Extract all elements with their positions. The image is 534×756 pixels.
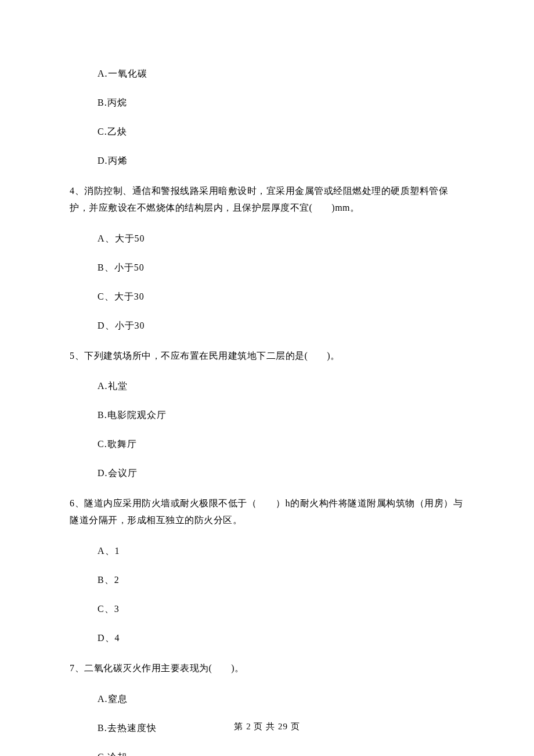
option-b: B、小于50 <box>98 261 464 275</box>
option-a: A.一氧化碳 <box>98 67 464 81</box>
question-7: 7、二氧化碳灭火作用主要表现为( )。 A.窒息 B.去热速度快 C.冷却 D.… <box>70 660 464 756</box>
option-b: B.丙烷 <box>98 96 464 110</box>
option-c: C.乙炔 <box>98 125 464 139</box>
option-d: D.丙烯 <box>98 154 464 168</box>
question-4-text: 4、消防控制、通信和警报线路采用暗敷设时，宜采用金属管或经阻燃处理的硬质塑料管保… <box>70 183 464 217</box>
option-c: C.歌舞厅 <box>98 437 464 451</box>
option-c: C、3 <box>98 602 464 616</box>
option-a: A、1 <box>98 544 464 558</box>
question-4: 4、消防控制、通信和警报线路采用暗敷设时，宜采用金属管或经阻燃处理的硬质塑料管保… <box>70 183 464 333</box>
question-3-partial: A.一氧化碳 B.丙烷 C.乙炔 D.丙烯 <box>70 67 464 168</box>
option-a: A、大于50 <box>98 232 464 246</box>
question-5: 5、下列建筑场所中，不应布置在民用建筑地下二层的是( )。 A.礼堂 B.电影院… <box>70 348 464 481</box>
option-d: D、4 <box>98 631 464 645</box>
option-b: B、2 <box>98 573 464 587</box>
page-footer: 第 2 页 共 29 页 <box>0 720 534 733</box>
option-c: C.冷却 <box>98 750 464 756</box>
question-3-options: A.一氧化碳 B.丙烷 C.乙炔 D.丙烯 <box>70 67 464 168</box>
option-d: D.会议厅 <box>98 466 464 480</box>
question-6-text: 6、隧道内应采用防火墙或耐火极限不低于（ ）h的耐火构件将隧道附属构筑物（用房）… <box>70 495 464 529</box>
option-a: A.礼堂 <box>98 379 464 393</box>
question-4-options: A、大于50 B、小于50 C、大于30 D、小于30 <box>70 232 464 333</box>
option-d: D、小于30 <box>98 319 464 333</box>
question-5-text: 5、下列建筑场所中，不应布置在民用建筑地下二层的是( )。 <box>70 348 464 365</box>
option-c: C、大于30 <box>98 290 464 304</box>
option-a: A.窒息 <box>98 692 464 706</box>
question-6: 6、隧道内应采用防火墙或耐火极限不低于（ ）h的耐火构件将隧道附属构筑物（用房）… <box>70 495 464 645</box>
question-5-options: A.礼堂 B.电影院观众厅 C.歌舞厅 D.会议厅 <box>70 379 464 480</box>
question-7-text: 7、二氧化碳灭火作用主要表现为( )。 <box>70 660 464 677</box>
option-b: B.电影院观众厅 <box>98 408 464 422</box>
question-6-options: A、1 B、2 C、3 D、4 <box>70 544 464 645</box>
